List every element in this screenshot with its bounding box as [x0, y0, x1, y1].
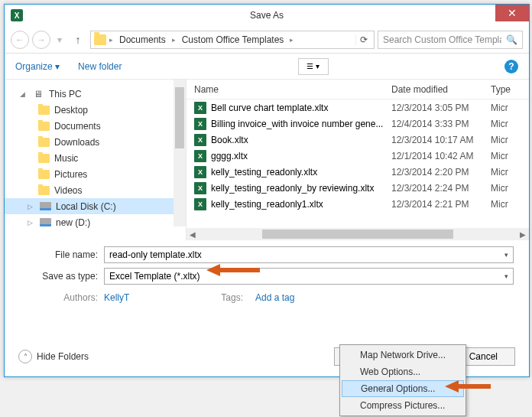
nav-tree: ◢🖥This PC Desktop Documents Downloads Mu… — [5, 80, 187, 240]
horizontal-scrollbar[interactable]: ◀▶ — [187, 228, 529, 240]
authors-label: Authors: — [20, 292, 104, 303]
chevron-icon: ▸ — [172, 36, 176, 44]
saveastype-input[interactable]: Excel Template (*.xltx)▾ — [104, 268, 514, 285]
excel-file-icon: X — [194, 134, 206, 146]
nav-bar: ← → ▾ ↑ ▸ Documents ▸ Custom Office Temp… — [5, 26, 529, 54]
tree-documents[interactable]: Documents — [5, 118, 186, 134]
save-as-dialog: X Save As ✕ ← → ▾ ↑ ▸ Documents ▸ Custom… — [4, 4, 530, 377]
filename-input[interactable]: read-only template.xltx▾ — [104, 246, 514, 263]
refresh-icon[interactable]: ⟳ — [355, 34, 371, 45]
file-row[interactable]: Xgggg.xltx12/1/2014 10:42 AMMicr — [187, 148, 529, 164]
file-name: kelly_testing_readonly.xltx — [211, 167, 317, 178]
tree-local-disk[interactable]: ▷Local Disk (C:) — [5, 198, 186, 214]
tree-scrollbar[interactable] — [174, 80, 186, 226]
search-input[interactable]: Search Custom Office Templa... 🔍 — [378, 31, 523, 49]
file-row[interactable]: Xkelly_testing_readonly1.xltx12/3/2014 2… — [187, 196, 529, 212]
file-row[interactable]: XBell curve chart template.xltx12/3/2014… — [187, 99, 529, 116]
excel-file-icon: X — [194, 102, 206, 114]
hide-folders-button[interactable]: ˄ Hide Folders — [18, 350, 89, 363]
file-list: Name Date modified Type XBell curve char… — [187, 80, 529, 240]
excel-file-icon: X — [194, 182, 206, 194]
tree-desktop[interactable]: Desktop — [5, 102, 186, 118]
file-type: Micr — [483, 183, 521, 194]
search-placeholder: Search Custom Office Templa... — [383, 34, 501, 45]
authors-value[interactable]: KellyT — [104, 292, 129, 303]
file-date: 12/3/2014 10:17 AM — [384, 135, 483, 145]
breadcrumb-item[interactable]: Custom Office Templates — [179, 34, 287, 45]
tools-web-options[interactable]: Web Options... — [342, 363, 464, 380]
folder-icon — [94, 34, 106, 45]
file-name: Bell curve chart template.xltx — [211, 103, 328, 113]
file-name: Book.xltx — [211, 135, 248, 145]
filename-label: File name: — [20, 249, 104, 260]
help-icon[interactable]: ? — [504, 60, 518, 73]
forward-button[interactable]: → — [32, 31, 50, 49]
excel-file-icon: X — [194, 166, 206, 178]
tree-music[interactable]: Music — [5, 150, 186, 166]
chevron-icon: ▸ — [290, 36, 294, 44]
tree-new-d[interactable]: ▷new (D:) — [5, 214, 186, 230]
titlebar: X Save As ✕ — [5, 5, 529, 26]
form-area: File name: read-only template.xltx▾ Save… — [5, 240, 529, 303]
file-name: Billing invoice_with invoice number gene… — [211, 119, 383, 129]
excel-file-icon: X — [194, 150, 206, 162]
file-type: Micr — [483, 199, 521, 210]
saveastype-label: Save as type: — [20, 271, 104, 282]
file-row[interactable]: XBook.xltx12/3/2014 10:17 AMMicr — [187, 132, 529, 148]
tools-compress-pictures[interactable]: Compress Pictures... — [342, 397, 464, 414]
file-type: Micr — [483, 151, 521, 161]
column-name[interactable]: Name — [187, 84, 384, 95]
column-date[interactable]: Date modified — [384, 84, 483, 95]
tree-this-pc[interactable]: ◢🖥This PC — [5, 86, 186, 102]
chevron-icon: ▸ — [109, 36, 113, 44]
up-button[interactable]: ↑ — [69, 31, 87, 49]
view-button[interactable]: ☰ ▾ — [298, 58, 329, 75]
search-icon: 🔍 — [506, 34, 517, 45]
file-type: Micr — [483, 135, 521, 145]
file-row[interactable]: Xkelly_testing_readonly.xltx12/3/2014 2:… — [187, 164, 529, 180]
tools-map-network[interactable]: Map Network Drive... — [342, 347, 464, 363]
column-type[interactable]: Type — [483, 84, 521, 95]
toolbar: Organize ▾ New folder ☰ ▾ ? — [5, 54, 529, 80]
file-type: Micr — [483, 119, 521, 129]
file-name: kelly_testing_readonly_by reviewing.xltx — [211, 183, 374, 194]
organize-button[interactable]: Organize ▾ — [15, 61, 60, 72]
history-dropdown[interactable]: ▾ — [54, 31, 66, 49]
file-date: 12/1/2014 10:42 AM — [384, 151, 483, 161]
tree-pictures[interactable]: Pictures — [5, 166, 186, 182]
breadcrumb[interactable]: ▸ Documents ▸ Custom Office Templates ▸ … — [90, 31, 375, 49]
dialog-title: Save As — [250, 10, 284, 21]
breadcrumb-item[interactable]: Documents — [116, 34, 169, 45]
tags-value[interactable]: Add a tag — [255, 292, 294, 303]
tree-videos[interactable]: Videos — [5, 182, 186, 198]
file-list-header: Name Date modified Type — [187, 80, 529, 99]
excel-file-icon: X — [194, 118, 206, 130]
tags-label: Tags: — [221, 292, 249, 303]
file-name: kelly_testing_readonly1.xltx — [211, 199, 323, 210]
file-date: 12/3/2014 2:24 PM — [384, 183, 483, 194]
file-name: gggg.xltx — [211, 151, 248, 161]
file-date: 12/3/2014 3:05 PM — [384, 103, 483, 113]
file-row[interactable]: Xkelly_testing_readonly_by reviewing.xlt… — [187, 180, 529, 196]
excel-file-icon: X — [194, 198, 206, 210]
new-folder-button[interactable]: New folder — [78, 61, 122, 72]
back-button[interactable]: ← — [11, 31, 29, 49]
tree-downloads[interactable]: Downloads — [5, 134, 186, 150]
body-area: ◢🖥This PC Desktop Documents Downloads Mu… — [5, 80, 529, 240]
close-button[interactable]: ✕ — [495, 5, 529, 21]
file-type: Micr — [483, 167, 521, 178]
excel-icon: X — [11, 9, 23, 21]
file-type: Micr — [483, 103, 521, 113]
chevron-up-icon: ˄ — [18, 350, 32, 363]
file-date: 12/3/2014 2:20 PM — [384, 167, 483, 178]
file-date: 12/4/2014 3:33 PM — [384, 119, 483, 129]
file-row[interactable]: XBilling invoice_with invoice number gen… — [187, 116, 529, 132]
file-date: 12/3/2014 2:21 PM — [384, 199, 483, 210]
